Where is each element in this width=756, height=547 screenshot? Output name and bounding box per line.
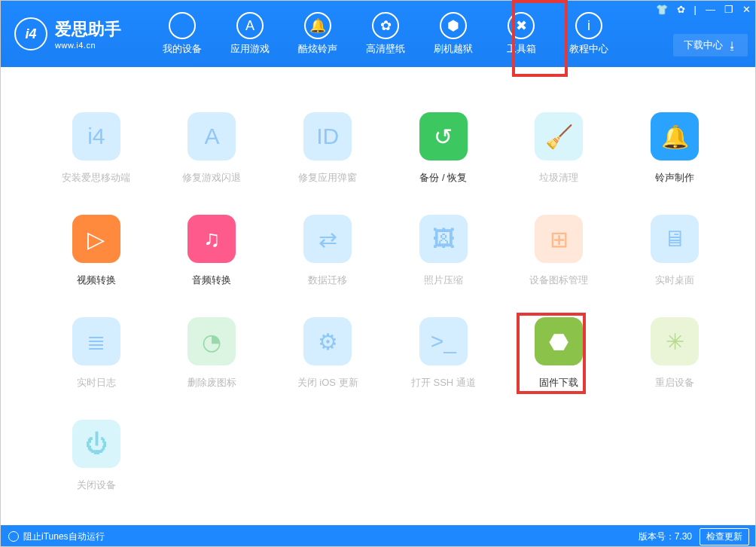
nav-ringtones[interactable]: 🔔酷炫铃声 bbox=[284, 6, 352, 62]
nav-label: 我的设备 bbox=[148, 42, 216, 56]
version-label: 版本号：7.30 bbox=[639, 530, 692, 543]
tool-icon-3: ↺ bbox=[419, 112, 468, 160]
wallpapers-icon: ✿ bbox=[372, 12, 399, 39]
restore-button[interactable]: ❐ bbox=[724, 4, 733, 15]
tool-label: 照片压缩 bbox=[393, 274, 494, 287]
ringtones-icon: 🔔 bbox=[304, 12, 331, 39]
tool-icon-12: ≣ bbox=[72, 317, 120, 365]
tool-icon-18: ⏻ bbox=[72, 420, 120, 468]
tool-icon-4: 🧹 bbox=[535, 112, 583, 160]
nav-label: 应用游戏 bbox=[216, 42, 284, 56]
tool-label: 数据迁移 bbox=[277, 274, 378, 287]
tool-label: 视频转换 bbox=[46, 274, 147, 287]
window-controls: 👕 ✿ | — ❐ ✕ bbox=[656, 4, 751, 15]
tool-icon-7: ♫ bbox=[187, 215, 236, 263]
tool-label: 垃圾清理 bbox=[509, 171, 610, 185]
nav-bar: 我的设备A应用游戏🔔酷炫铃声✿高清壁纸⬢刷机越狱✖工具箱i教程中心 bbox=[148, 6, 623, 62]
tool-label: 修复游戏闪退 bbox=[162, 171, 263, 185]
nav-label: 工具箱 bbox=[487, 42, 555, 56]
tool-label: 实时日志 bbox=[46, 376, 147, 390]
tool-item-15[interactable]: >_打开 SSH 通道 bbox=[393, 317, 494, 390]
nav-label: 教程中心 bbox=[555, 42, 623, 56]
tool-grid: i4安装爱思移动端A修复游戏闪退ID修复应用弹窗↺备份 / 恢复🧹垃圾清理🔔铃声… bbox=[46, 112, 725, 492]
tool-item-13[interactable]: ◔删除废图标 bbox=[162, 317, 263, 390]
tool-icon-11: 🖥 bbox=[651, 215, 699, 263]
tool-icon-14: ⚙ bbox=[303, 317, 352, 365]
tool-item-18[interactable]: ⏻关闭设备 bbox=[46, 420, 147, 492]
separator: | bbox=[694, 4, 697, 15]
tool-icon-8: ⇄ bbox=[303, 215, 352, 263]
tool-item-4[interactable]: 🧹垃圾清理 bbox=[509, 112, 610, 185]
tool-label: 备份 / 恢复 bbox=[393, 171, 494, 185]
tool-icon-13: ◔ bbox=[187, 317, 236, 365]
tool-label: 打开 SSH 通道 bbox=[393, 376, 494, 390]
toolbox-icon: ✖ bbox=[508, 12, 535, 39]
tool-icon-5: 🔔 bbox=[651, 112, 699, 160]
apps-icon: A bbox=[236, 12, 264, 39]
nav-apps[interactable]: A应用游戏 bbox=[216, 6, 284, 62]
tool-icon-10: ⊞ bbox=[535, 215, 583, 263]
logo-icon: i4 bbox=[14, 17, 47, 50]
content-area: i4安装爱思移动端A修复游戏闪退ID修复应用弹窗↺备份 / 恢复🧹垃圾清理🔔铃声… bbox=[1, 67, 755, 525]
nav-jailbreak[interactable]: ⬢刷机越狱 bbox=[419, 6, 487, 62]
tutorials-icon: i bbox=[575, 12, 602, 39]
nav-toolbox[interactable]: ✖工具箱 bbox=[487, 6, 555, 62]
tool-item-1[interactable]: A修复游戏闪退 bbox=[162, 112, 263, 185]
tool-item-14[interactable]: ⚙关闭 iOS 更新 bbox=[277, 317, 378, 390]
tool-icon-2: ID bbox=[303, 112, 352, 160]
tool-item-6[interactable]: ▷视频转换 bbox=[46, 215, 147, 287]
app-header: i4 爱思助手 www.i4.cn 我的设备A应用游戏🔔酷炫铃声✿高清壁纸⬢刷机… bbox=[1, 1, 755, 67]
minimize-button[interactable]: — bbox=[706, 4, 715, 15]
tool-icon-0: i4 bbox=[72, 112, 120, 160]
check-update-button[interactable]: 检查更新 bbox=[700, 528, 749, 545]
tool-label: 实时桌面 bbox=[624, 274, 725, 287]
brand-name: 爱思助手 bbox=[55, 18, 121, 41]
tool-item-10[interactable]: ⊞设备图标管理 bbox=[509, 215, 610, 287]
tool-label: 修复应用弹窗 bbox=[277, 171, 378, 185]
nav-label: 高清壁纸 bbox=[352, 42, 419, 56]
tool-icon-15: >_ bbox=[419, 317, 468, 365]
tool-icon-16: ⬣ bbox=[535, 317, 583, 365]
nav-label: 刷机越狱 bbox=[419, 42, 487, 56]
logo-block: i4 爱思助手 www.i4.cn bbox=[1, 17, 135, 50]
tool-icon-6: ▷ bbox=[72, 215, 120, 263]
close-button[interactable]: ✕ bbox=[742, 4, 751, 15]
jailbreak-icon: ⬢ bbox=[440, 12, 467, 39]
tool-icon-1: A bbox=[187, 112, 236, 160]
download-icon: ⭳ bbox=[727, 40, 737, 51]
nav-device[interactable]: 我的设备 bbox=[148, 6, 216, 62]
device-icon bbox=[169, 12, 196, 39]
tool-item-17[interactable]: ✳重启设备 bbox=[624, 317, 725, 390]
tool-item-9[interactable]: 🖼照片压缩 bbox=[393, 215, 494, 287]
status-circle-icon bbox=[8, 531, 19, 542]
itunes-block-toggle[interactable]: 阻止iTunes自动运行 bbox=[23, 530, 105, 543]
tool-label: 固件下载 bbox=[509, 376, 610, 390]
tool-label: 关闭 iOS 更新 bbox=[277, 376, 378, 390]
tool-label: 安装爱思移动端 bbox=[46, 171, 147, 185]
tool-item-8[interactable]: ⇄数据迁移 bbox=[277, 215, 378, 287]
tool-label: 设备图标管理 bbox=[509, 274, 610, 287]
tool-label: 音频转换 bbox=[162, 274, 263, 287]
tool-item-0[interactable]: i4安装爱思移动端 bbox=[46, 112, 147, 185]
tool-item-2[interactable]: ID修复应用弹窗 bbox=[277, 112, 378, 185]
footer-bar: 阻止iTunes自动运行 版本号：7.30 检查更新 bbox=[1, 525, 755, 547]
tool-icon-9: 🖼 bbox=[419, 215, 468, 263]
nav-tutorials[interactable]: i教程中心 bbox=[555, 6, 623, 62]
tool-label: 重启设备 bbox=[624, 376, 725, 390]
tool-item-12[interactable]: ≣实时日志 bbox=[46, 317, 147, 390]
tool-icon-17: ✳ bbox=[651, 317, 699, 365]
tool-item-5[interactable]: 🔔铃声制作 bbox=[624, 112, 725, 185]
brand-url: www.i4.cn bbox=[55, 41, 121, 50]
tool-label: 删除废图标 bbox=[162, 376, 263, 390]
settings-icon[interactable]: ✿ bbox=[677, 4, 685, 15]
tool-item-11[interactable]: 🖥实时桌面 bbox=[624, 215, 725, 287]
nav-label: 酷炫铃声 bbox=[284, 42, 352, 56]
tool-item-16[interactable]: ⬣固件下载 bbox=[509, 317, 610, 390]
tool-item-7[interactable]: ♫音频转换 bbox=[162, 215, 263, 287]
skin-icon[interactable]: 👕 bbox=[656, 4, 668, 15]
download-center-button[interactable]: 下载中心 ⭳ bbox=[673, 34, 748, 57]
tool-label: 铃声制作 bbox=[624, 171, 725, 185]
tool-label: 关闭设备 bbox=[46, 478, 147, 492]
tool-item-3[interactable]: ↺备份 / 恢复 bbox=[393, 112, 494, 185]
nav-wallpapers[interactable]: ✿高清壁纸 bbox=[352, 6, 419, 62]
